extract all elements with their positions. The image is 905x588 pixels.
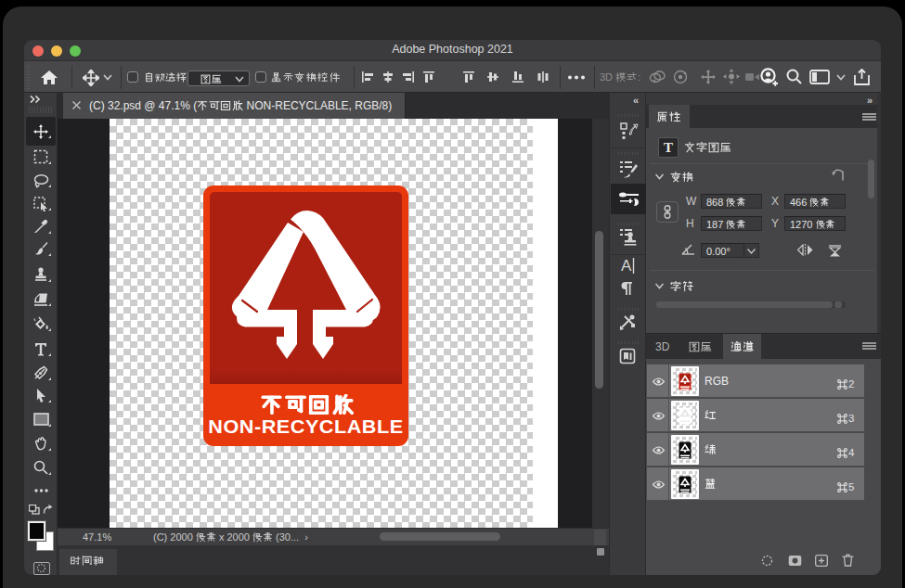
svg-text:A: A (621, 257, 632, 275)
